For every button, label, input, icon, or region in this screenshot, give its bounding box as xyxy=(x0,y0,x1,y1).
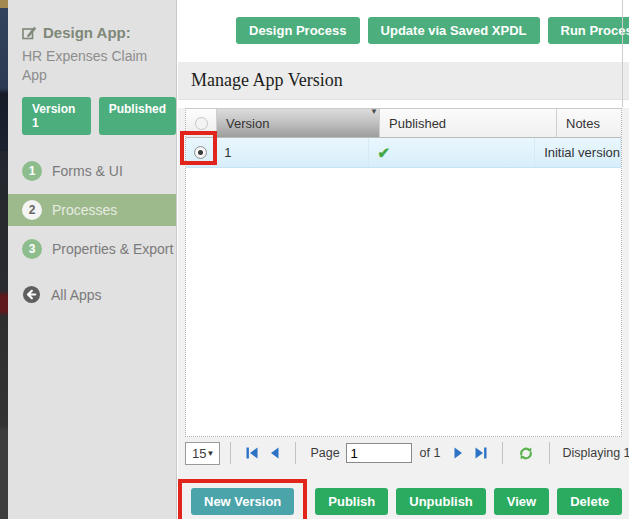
refresh-icon[interactable] xyxy=(518,446,534,461)
sort-arrow-icon[interactable]: ▼ xyxy=(370,107,378,116)
page-label: Page xyxy=(310,446,339,460)
sidebar: Design App: HR Expenses Claim App Versio… xyxy=(8,0,177,519)
column-header-label: Notes xyxy=(566,116,600,131)
notes-cell: Initial version xyxy=(535,138,621,167)
column-header-version[interactable]: Version ▼ xyxy=(217,109,380,137)
published-badge[interactable]: Published xyxy=(99,97,176,135)
column-header-notes[interactable]: Notes xyxy=(557,109,621,137)
new-version-button[interactable]: New Version xyxy=(191,488,294,515)
panel-header: Manage App Version xyxy=(178,62,629,100)
version-cell: 1 xyxy=(215,138,368,167)
divider xyxy=(230,442,231,464)
page-size-value: 15 xyxy=(192,446,206,461)
sidebar-item-forms-ui[interactable]: 1 Forms & UI xyxy=(8,155,176,187)
back-arrow-circle-icon xyxy=(22,285,51,304)
published-check-icon: ✔ xyxy=(378,144,391,162)
chevron-down-icon: ▼ xyxy=(206,449,214,458)
process-toolbar: Design Process Update via Saved XPDL Run… xyxy=(178,0,629,62)
all-apps-label: All Apps xyxy=(51,287,102,303)
column-header-published[interactable]: Published xyxy=(380,109,557,137)
page-size-select[interactable]: 15 ▼ xyxy=(185,442,220,465)
run-process-button[interactable]: Run Process xyxy=(548,17,629,44)
table-empty-space xyxy=(186,168,621,436)
update-via-saved-xpdl-button[interactable]: Update via Saved XPDL xyxy=(368,17,540,44)
design-app-header: Design App: xyxy=(22,24,176,41)
publish-button[interactable]: Publish xyxy=(315,488,388,515)
annotation-box-new-version: New Version xyxy=(178,479,307,519)
sidebar-item-all-apps[interactable]: All Apps xyxy=(8,279,176,311)
app-badges: Version 1 Published xyxy=(22,97,176,135)
column-header-label: Published xyxy=(389,116,446,131)
next-page-icon[interactable] xyxy=(453,447,464,459)
main-area: Design Process Update via Saved XPDL Run… xyxy=(178,0,629,519)
step-1-icon: 1 xyxy=(22,161,42,181)
design-process-button[interactable]: Design Process xyxy=(236,17,360,44)
action-buttons-row: New Version Publish Unpublish View Delet… xyxy=(178,479,629,519)
sidebar-item-processes[interactable]: 2 Processes xyxy=(8,194,176,226)
unpublish-button[interactable]: Unpublish xyxy=(396,488,486,515)
select-all-header-cell xyxy=(186,109,217,137)
table-header-row: Version ▼ Published Notes xyxy=(186,108,621,138)
published-cell: ✔ xyxy=(369,138,536,167)
column-header-label: Version xyxy=(226,116,269,131)
radio-disabled-icon xyxy=(195,117,208,130)
page-title: Manage App Version xyxy=(191,70,343,91)
right-edge-divider xyxy=(622,0,629,107)
sidebar-item-label: Properties & Export xyxy=(52,241,173,257)
sidebar-item-label: Processes xyxy=(52,202,117,218)
delete-button[interactable]: Delete xyxy=(557,488,622,515)
divider xyxy=(502,442,503,464)
divider xyxy=(549,442,550,464)
table-row[interactable]: 1 ✔ Initial version xyxy=(186,138,621,168)
view-button[interactable]: View xyxy=(494,488,549,515)
last-page-icon[interactable] xyxy=(474,447,487,459)
panel-content: Version ▼ Published Notes 1 ✔ Initial xyxy=(178,108,629,519)
versions-table: Version ▼ Published Notes 1 ✔ Initial xyxy=(185,108,622,437)
edit-pencil-icon xyxy=(22,25,37,40)
page-of-label: of 1 xyxy=(420,446,441,460)
divider xyxy=(295,442,296,464)
page-number-input[interactable] xyxy=(346,443,412,463)
sidebar-item-properties-export[interactable]: 3 Properties & Export xyxy=(8,233,176,265)
prev-page-icon[interactable] xyxy=(269,447,280,459)
radio-selected-icon[interactable] xyxy=(194,146,207,159)
pagination-status: Displaying 1 to 3 of 3 xyxy=(562,446,629,460)
design-app-title: Design App: xyxy=(43,24,131,41)
page-background-strip xyxy=(0,0,8,519)
step-3-icon: 3 xyxy=(22,239,42,259)
app-name: HR Expenses Claim App xyxy=(22,47,162,85)
pagination-bar: 15 ▼ Page of 1 xyxy=(185,437,629,469)
version-badge[interactable]: Version 1 xyxy=(22,97,91,135)
sidebar-menu: 1 Forms & UI 2 Processes 3 Properties & … xyxy=(8,155,176,265)
row-select-cell xyxy=(186,138,215,167)
sidebar-item-label: Forms & UI xyxy=(52,163,123,179)
first-page-icon[interactable] xyxy=(246,447,259,459)
step-2-icon: 2 xyxy=(22,200,42,220)
